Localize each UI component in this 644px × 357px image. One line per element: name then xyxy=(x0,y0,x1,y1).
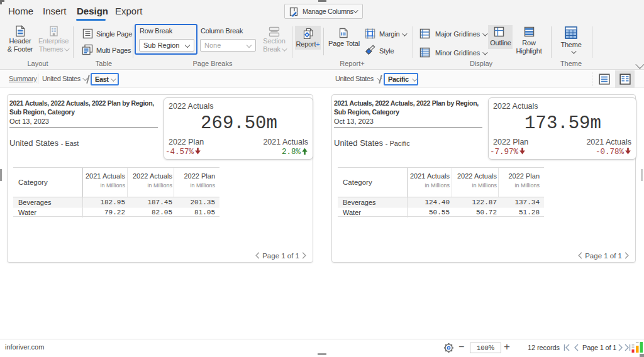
svg-text:Page 1 of 1: Page 1 of 1 xyxy=(582,344,616,351)
